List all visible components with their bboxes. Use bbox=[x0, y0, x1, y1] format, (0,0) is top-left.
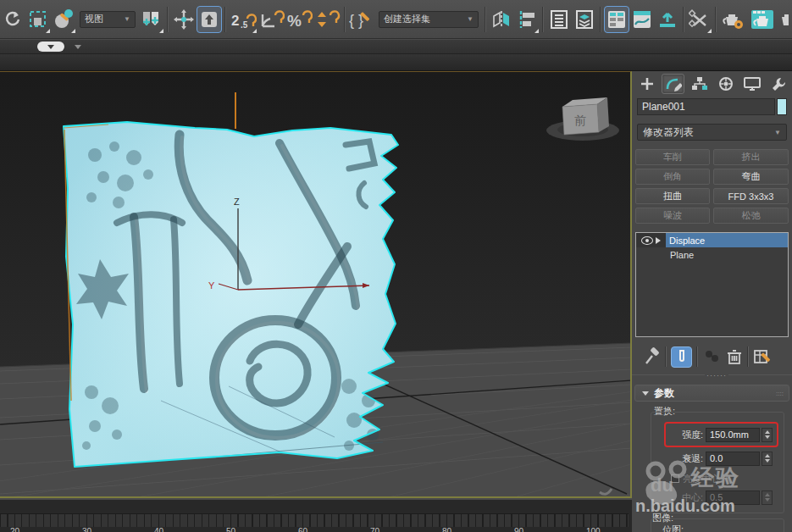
timeline-ruler-labels: 2030405060708090100 bbox=[0, 527, 629, 532]
tab-create[interactable] bbox=[635, 74, 658, 94]
isolate-selection-icon bbox=[689, 8, 711, 30]
wrench-icon bbox=[771, 76, 786, 91]
timeline-label: 20 bbox=[10, 527, 19, 532]
stack-toolbar bbox=[635, 344, 789, 369]
select-and-place-button[interactable] bbox=[197, 6, 222, 33]
strength-spinner[interactable] bbox=[762, 428, 773, 442]
tab-motion[interactable] bbox=[714, 74, 737, 94]
modifier-button-twist[interactable]: 扭曲 bbox=[635, 188, 710, 204]
curve-editor-button[interactable] bbox=[629, 5, 655, 34]
svg-text:.5: .5 bbox=[241, 20, 248, 30]
modifier-button-bevel[interactable]: 倒角 bbox=[635, 169, 710, 185]
display-icon bbox=[744, 76, 761, 91]
center-value-field[interactable]: 0.5 bbox=[706, 490, 760, 505]
strength-row: 强度: 150.0mm bbox=[666, 427, 773, 442]
decay-value-field[interactable]: 0.0 bbox=[706, 452, 760, 466]
strength-label: 强度: bbox=[666, 429, 703, 441]
make-unique-icon[interactable] bbox=[702, 348, 721, 365]
panel-splitter[interactable]: ······ bbox=[632, 374, 792, 381]
axis-z-label: Z bbox=[234, 197, 240, 207]
use-pivot-center-button[interactable] bbox=[139, 5, 164, 34]
parameters-rollout-header[interactable]: 参数 :::: bbox=[634, 385, 789, 402]
modifier-button-relax[interactable]: 松弛 bbox=[713, 208, 789, 224]
undo-button[interactable] bbox=[0, 5, 25, 34]
tab-utilities[interactable] bbox=[767, 74, 789, 94]
toolbar-separator bbox=[696, 346, 698, 367]
plane-object[interactable] bbox=[64, 122, 398, 468]
edit-selection-set-button[interactable]: { } bbox=[348, 5, 375, 34]
tab-modify[interactable] bbox=[662, 74, 684, 94]
flyout-triangle bbox=[707, 29, 712, 33]
object-name-input[interactable] bbox=[637, 98, 775, 115]
scene-explorer-button[interactable] bbox=[604, 6, 629, 33]
stack-item-label: Plane bbox=[670, 250, 694, 260]
toolbar-separator bbox=[485, 7, 486, 32]
flyout-triangle bbox=[252, 29, 257, 33]
align-button[interactable] bbox=[514, 5, 540, 34]
timeline-label: 50 bbox=[226, 527, 235, 532]
remove-modifier-trash-icon[interactable] bbox=[726, 348, 743, 365]
rollout-collapse-icon bbox=[642, 391, 649, 396]
toolbar-separator bbox=[683, 7, 684, 32]
main-toolbar: 视图 ▼ bbox=[0, 0, 792, 39]
dock-arrow-icon bbox=[657, 9, 678, 30]
dock-arrow-button[interactable] bbox=[655, 5, 680, 34]
modifier-button-extrude[interactable]: 挤出 bbox=[713, 149, 789, 165]
layer-manager-icon bbox=[549, 9, 569, 30]
render-production-icon bbox=[777, 8, 789, 30]
ribbon-menu-caret[interactable] bbox=[75, 45, 81, 49]
strength-value-field[interactable]: 150.0mm bbox=[706, 428, 760, 442]
perspective-viewport[interactable]: Z Y 前 bbox=[0, 71, 632, 498]
configure-modifier-sets-icon[interactable] bbox=[753, 348, 772, 365]
render-production-button[interactable] bbox=[777, 5, 789, 34]
select-and-link-button[interactable] bbox=[51, 5, 76, 34]
luminance-center-checkbox[interactable] bbox=[671, 474, 679, 483]
test-tube-icon bbox=[677, 350, 687, 364]
splitter-grip-dots: ······ bbox=[705, 371, 728, 380]
pin-stack-icon[interactable] bbox=[644, 347, 661, 366]
modifier-button-bend[interactable]: 弯曲 bbox=[713, 169, 789, 185]
toolbar-separator bbox=[224, 7, 226, 32]
tab-display[interactable] bbox=[740, 74, 763, 94]
percent-snap-icon: % bbox=[287, 8, 313, 30]
object-color-swatch[interactable] bbox=[777, 98, 787, 115]
spinner-snap-button[interactable] bbox=[313, 5, 341, 34]
modifier-button-ffd[interactable]: FFD 3x3x3 bbox=[713, 188, 789, 204]
selection-region-button[interactable] bbox=[25, 5, 51, 34]
angle-snap-button[interactable] bbox=[258, 5, 285, 34]
select-and-move-button[interactable] bbox=[171, 5, 197, 34]
stack-row-plane[interactable]: Plane bbox=[636, 247, 788, 262]
render-setup-button[interactable] bbox=[719, 5, 748, 34]
modifier-button-grid: 车削 挤出 倒角 弯曲 扭曲 FFD 3x3x3 噪波 松弛 bbox=[635, 149, 789, 224]
isolate-selection-button[interactable] bbox=[687, 5, 712, 34]
layer-manager-button[interactable] bbox=[546, 5, 572, 34]
toolbar-separator bbox=[747, 346, 749, 367]
visibility-eye-icon[interactable] bbox=[641, 236, 653, 245]
center-spinner[interactable] bbox=[762, 490, 773, 505]
named-selection-set-dropdown[interactable]: 创建选择集 ▼ bbox=[379, 11, 479, 28]
bitmap-label: 位图: bbox=[662, 524, 684, 532]
modifier-button-lathe[interactable]: 车削 bbox=[635, 149, 710, 165]
angle-snap-icon bbox=[259, 8, 285, 30]
stack-row-displace[interactable]: Displace bbox=[636, 233, 788, 247]
show-end-result-button[interactable] bbox=[671, 346, 692, 368]
reference-coordinate-dropdown[interactable]: 视图 ▼ bbox=[80, 11, 136, 28]
tab-hierarchy[interactable] bbox=[688, 74, 711, 94]
snap-toggle-button[interactable]: 2 .5 bbox=[229, 5, 258, 34]
center-row: 中心: 0.5 bbox=[666, 490, 773, 505]
timeline-ruler[interactable] bbox=[0, 513, 629, 527]
mirror-button[interactable] bbox=[489, 5, 514, 34]
decay-spinner[interactable] bbox=[762, 452, 773, 466]
spinner-snap-icon bbox=[315, 8, 341, 30]
modifier-stack: Displace Plane bbox=[635, 232, 789, 337]
ribbon-expand-button[interactable] bbox=[37, 42, 64, 52]
layer-stack-button[interactable] bbox=[572, 5, 597, 34]
modifier-button-noise[interactable]: 噪波 bbox=[635, 208, 710, 224]
rendered-frame-button[interactable] bbox=[748, 5, 777, 34]
render-setup-icon bbox=[721, 8, 746, 30]
modifier-list-dropdown[interactable]: 修改器列表 ▼ bbox=[637, 124, 787, 141]
expand-arrow-icon[interactable] bbox=[656, 237, 661, 244]
chevron-down-icon: ▼ bbox=[124, 15, 130, 23]
toolbar-separator bbox=[600, 7, 601, 32]
percent-snap-button[interactable]: % bbox=[285, 5, 313, 34]
